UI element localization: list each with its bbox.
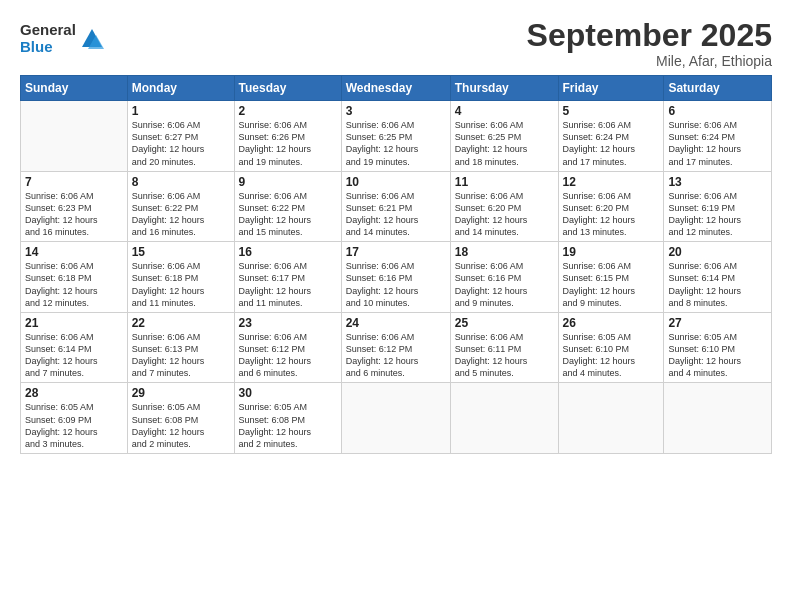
day-cell: 23Sunrise: 6:06 AM Sunset: 6:12 PM Dayli… xyxy=(234,312,341,383)
day-info: Sunrise: 6:05 AM Sunset: 6:09 PM Dayligh… xyxy=(25,401,123,450)
day-number: 8 xyxy=(132,175,230,189)
day-info: Sunrise: 6:05 AM Sunset: 6:08 PM Dayligh… xyxy=(239,401,337,450)
day-cell: 14Sunrise: 6:06 AM Sunset: 6:18 PM Dayli… xyxy=(21,242,128,313)
day-number: 5 xyxy=(563,104,660,118)
day-info: Sunrise: 6:05 AM Sunset: 6:10 PM Dayligh… xyxy=(668,331,767,380)
day-info: Sunrise: 6:06 AM Sunset: 6:26 PM Dayligh… xyxy=(239,119,337,168)
day-number: 9 xyxy=(239,175,337,189)
day-info: Sunrise: 6:06 AM Sunset: 6:18 PM Dayligh… xyxy=(132,260,230,309)
col-header-tuesday: Tuesday xyxy=(234,76,341,101)
day-number: 14 xyxy=(25,245,123,259)
month-title: September 2025 xyxy=(527,18,772,53)
day-info: Sunrise: 6:05 AM Sunset: 6:10 PM Dayligh… xyxy=(563,331,660,380)
day-info: Sunrise: 6:06 AM Sunset: 6:16 PM Dayligh… xyxy=(346,260,446,309)
day-cell: 11Sunrise: 6:06 AM Sunset: 6:20 PM Dayli… xyxy=(450,171,558,242)
day-cell: 26Sunrise: 6:05 AM Sunset: 6:10 PM Dayli… xyxy=(558,312,664,383)
day-cell: 8Sunrise: 6:06 AM Sunset: 6:22 PM Daylig… xyxy=(127,171,234,242)
day-info: Sunrise: 6:06 AM Sunset: 6:16 PM Dayligh… xyxy=(455,260,554,309)
day-cell: 20Sunrise: 6:06 AM Sunset: 6:14 PM Dayli… xyxy=(664,242,772,313)
subtitle: Mile, Afar, Ethiopia xyxy=(527,53,772,69)
day-info: Sunrise: 6:06 AM Sunset: 6:25 PM Dayligh… xyxy=(455,119,554,168)
week-row-2: 7Sunrise: 6:06 AM Sunset: 6:23 PM Daylig… xyxy=(21,171,772,242)
day-number: 13 xyxy=(668,175,767,189)
day-number: 27 xyxy=(668,316,767,330)
day-cell: 15Sunrise: 6:06 AM Sunset: 6:18 PM Dayli… xyxy=(127,242,234,313)
title-block: September 2025 Mile, Afar, Ethiopia xyxy=(527,18,772,69)
day-cell: 4Sunrise: 6:06 AM Sunset: 6:25 PM Daylig… xyxy=(450,101,558,172)
day-cell: 10Sunrise: 6:06 AM Sunset: 6:21 PM Dayli… xyxy=(341,171,450,242)
day-info: Sunrise: 6:06 AM Sunset: 6:13 PM Dayligh… xyxy=(132,331,230,380)
day-number: 11 xyxy=(455,175,554,189)
day-cell: 18Sunrise: 6:06 AM Sunset: 6:16 PM Dayli… xyxy=(450,242,558,313)
day-info: Sunrise: 6:06 AM Sunset: 6:24 PM Dayligh… xyxy=(668,119,767,168)
day-info: Sunrise: 6:06 AM Sunset: 6:11 PM Dayligh… xyxy=(455,331,554,380)
day-number: 21 xyxy=(25,316,123,330)
day-cell: 29Sunrise: 6:05 AM Sunset: 6:08 PM Dayli… xyxy=(127,383,234,454)
day-number: 24 xyxy=(346,316,446,330)
day-info: Sunrise: 6:06 AM Sunset: 6:27 PM Dayligh… xyxy=(132,119,230,168)
day-info: Sunrise: 6:06 AM Sunset: 6:18 PM Dayligh… xyxy=(25,260,123,309)
day-info: Sunrise: 6:06 AM Sunset: 6:23 PM Dayligh… xyxy=(25,190,123,239)
day-number: 28 xyxy=(25,386,123,400)
week-row-3: 14Sunrise: 6:06 AM Sunset: 6:18 PM Dayli… xyxy=(21,242,772,313)
day-number: 30 xyxy=(239,386,337,400)
header: General Blue September 2025 Mile, Afar, … xyxy=(20,18,772,69)
logo-general: General xyxy=(20,22,76,39)
day-info: Sunrise: 6:05 AM Sunset: 6:08 PM Dayligh… xyxy=(132,401,230,450)
day-cell xyxy=(450,383,558,454)
day-cell xyxy=(558,383,664,454)
day-number: 23 xyxy=(239,316,337,330)
logo-blue: Blue xyxy=(20,39,76,56)
day-cell: 6Sunrise: 6:06 AM Sunset: 6:24 PM Daylig… xyxy=(664,101,772,172)
day-cell: 9Sunrise: 6:06 AM Sunset: 6:22 PM Daylig… xyxy=(234,171,341,242)
day-number: 2 xyxy=(239,104,337,118)
logo: General Blue xyxy=(20,22,106,55)
day-number: 15 xyxy=(132,245,230,259)
day-cell xyxy=(341,383,450,454)
day-cell: 1Sunrise: 6:06 AM Sunset: 6:27 PM Daylig… xyxy=(127,101,234,172)
day-info: Sunrise: 6:06 AM Sunset: 6:14 PM Dayligh… xyxy=(668,260,767,309)
day-cell: 22Sunrise: 6:06 AM Sunset: 6:13 PM Dayli… xyxy=(127,312,234,383)
day-cell: 16Sunrise: 6:06 AM Sunset: 6:17 PM Dayli… xyxy=(234,242,341,313)
day-cell: 27Sunrise: 6:05 AM Sunset: 6:10 PM Dayli… xyxy=(664,312,772,383)
page: General Blue September 2025 Mile, Afar, … xyxy=(0,0,792,612)
day-cell: 17Sunrise: 6:06 AM Sunset: 6:16 PM Dayli… xyxy=(341,242,450,313)
day-number: 29 xyxy=(132,386,230,400)
day-number: 19 xyxy=(563,245,660,259)
day-info: Sunrise: 6:06 AM Sunset: 6:20 PM Dayligh… xyxy=(563,190,660,239)
day-number: 1 xyxy=(132,104,230,118)
day-number: 25 xyxy=(455,316,554,330)
calendar-table: SundayMondayTuesdayWednesdayThursdayFrid… xyxy=(20,75,772,454)
day-info: Sunrise: 6:06 AM Sunset: 6:21 PM Dayligh… xyxy=(346,190,446,239)
day-info: Sunrise: 6:06 AM Sunset: 6:17 PM Dayligh… xyxy=(239,260,337,309)
day-number: 16 xyxy=(239,245,337,259)
day-number: 18 xyxy=(455,245,554,259)
day-cell: 12Sunrise: 6:06 AM Sunset: 6:20 PM Dayli… xyxy=(558,171,664,242)
day-number: 17 xyxy=(346,245,446,259)
day-info: Sunrise: 6:06 AM Sunset: 6:20 PM Dayligh… xyxy=(455,190,554,239)
col-header-sunday: Sunday xyxy=(21,76,128,101)
col-header-thursday: Thursday xyxy=(450,76,558,101)
col-header-friday: Friday xyxy=(558,76,664,101)
day-number: 3 xyxy=(346,104,446,118)
day-number: 22 xyxy=(132,316,230,330)
col-header-wednesday: Wednesday xyxy=(341,76,450,101)
day-cell: 2Sunrise: 6:06 AM Sunset: 6:26 PM Daylig… xyxy=(234,101,341,172)
logo-icon xyxy=(78,25,106,53)
week-row-4: 21Sunrise: 6:06 AM Sunset: 6:14 PM Dayli… xyxy=(21,312,772,383)
day-number: 12 xyxy=(563,175,660,189)
day-cell: 3Sunrise: 6:06 AM Sunset: 6:25 PM Daylig… xyxy=(341,101,450,172)
week-row-5: 28Sunrise: 6:05 AM Sunset: 6:09 PM Dayli… xyxy=(21,383,772,454)
day-cell xyxy=(664,383,772,454)
day-cell: 28Sunrise: 6:05 AM Sunset: 6:09 PM Dayli… xyxy=(21,383,128,454)
day-cell: 19Sunrise: 6:06 AM Sunset: 6:15 PM Dayli… xyxy=(558,242,664,313)
day-cell: 24Sunrise: 6:06 AM Sunset: 6:12 PM Dayli… xyxy=(341,312,450,383)
day-info: Sunrise: 6:06 AM Sunset: 6:14 PM Dayligh… xyxy=(25,331,123,380)
day-cell xyxy=(21,101,128,172)
day-info: Sunrise: 6:06 AM Sunset: 6:12 PM Dayligh… xyxy=(346,331,446,380)
day-info: Sunrise: 6:06 AM Sunset: 6:24 PM Dayligh… xyxy=(563,119,660,168)
header-row: SundayMondayTuesdayWednesdayThursdayFrid… xyxy=(21,76,772,101)
day-number: 7 xyxy=(25,175,123,189)
day-cell: 21Sunrise: 6:06 AM Sunset: 6:14 PM Dayli… xyxy=(21,312,128,383)
day-number: 26 xyxy=(563,316,660,330)
